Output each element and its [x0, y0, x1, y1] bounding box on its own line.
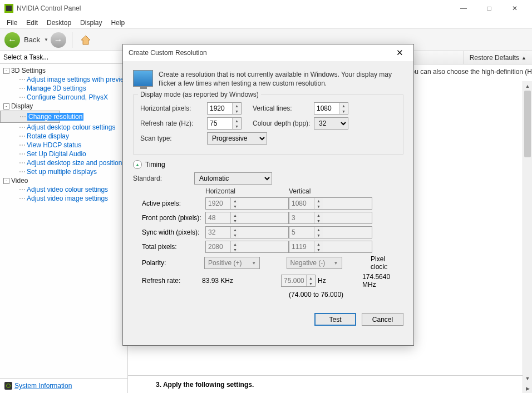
menu-file[interactable]: File	[2, 18, 22, 28]
pixel-clock-value: 174.5640 MHz	[362, 273, 403, 288]
info-icon	[4, 382, 12, 390]
collapse-icon[interactable]: ▲	[133, 160, 142, 169]
scrollbar[interactable]: ▲ ▼ ▶	[523, 81, 532, 393]
main-footer: 3. Apply the following settings.	[128, 375, 532, 393]
test-button[interactable]: Test	[314, 313, 356, 326]
sidebar-header: Select a Task...	[0, 51, 127, 64]
back-dropdown-icon[interactable]: ▼	[44, 37, 48, 42]
sync-width-v: ▲▼	[289, 226, 372, 238]
scroll-right-icon[interactable]: ▶	[523, 384, 532, 393]
standard-label: Standard:	[133, 175, 194, 182]
tree-manage-3d[interactable]: ⋯Manage 3D settings	[0, 84, 127, 93]
tree-hdcp-status[interactable]: ⋯View HDCP status	[0, 141, 127, 150]
timing-header[interactable]: ▲ Timing	[133, 160, 403, 169]
scroll-up-icon[interactable]: ▲	[523, 81, 532, 91]
dialog-intro: Create a resolution that is not currentl…	[159, 70, 403, 88]
back-button[interactable]: ←	[4, 32, 20, 48]
system-information-link[interactable]: System Information	[14, 382, 72, 390]
forward-button[interactable]: →	[51, 32, 66, 48]
dialog-close-button[interactable]: ✕	[391, 48, 408, 58]
system-information[interactable]: System Information	[0, 378, 127, 393]
menu-edit[interactable]: Edit	[22, 18, 42, 28]
refresh-rate-input[interactable]: ▲▼	[207, 117, 242, 130]
polarity-v: Negative (-)▼	[287, 257, 342, 269]
nvidia-icon	[4, 4, 13, 13]
sync-width-h: ▲▼	[205, 226, 289, 238]
tree-multiple-displays[interactable]: ⋯Set up multiple displays	[0, 167, 127, 176]
total-pixels-v: ▲▼	[289, 241, 372, 253]
refresh-rate-label: Refresh rate (Hz):	[140, 120, 207, 127]
total-pixels-h: ▲▼	[205, 241, 289, 253]
tree-adjust-image-preview[interactable]: ⋯Adjust image settings with preview	[0, 75, 127, 84]
front-porch-label: Front porch (pixels):	[139, 214, 205, 222]
active-pixels-h: ▲▼	[205, 197, 289, 210]
restore-defaults-button[interactable]: Restore Defaults▲	[464, 51, 532, 64]
front-porch-h: ▲▼	[205, 212, 289, 224]
total-pixels-label: Total pixels:	[139, 243, 205, 251]
tree-3d-settings[interactable]: -3D Settings	[0, 66, 127, 75]
task-tree: -3D Settings ⋯Adjust image settings with…	[0, 64, 127, 378]
tree-video[interactable]: -Video	[0, 176, 127, 185]
home-button[interactable]	[78, 32, 93, 48]
maximize-button[interactable]: □	[476, 0, 502, 17]
tree-video-colour[interactable]: ⋯Adjust video colour settings	[0, 185, 127, 194]
menu-desktop[interactable]: Desktop	[42, 18, 76, 28]
scan-type-label: Scan type:	[140, 135, 207, 142]
tree-rotate-display[interactable]: ⋯Rotate display	[0, 132, 127, 141]
scan-type-select[interactable]: Progressive	[207, 132, 267, 145]
active-pixels-v: ▲▼	[289, 197, 372, 210]
refresh-rate-v: ▲▼	[281, 275, 316, 287]
col-vertical: Vertical	[289, 187, 372, 195]
standard-select[interactable]: Automatic	[194, 172, 272, 185]
colour-depth-label: Colour depth (bpp):	[253, 120, 314, 127]
horizontal-pixels-input[interactable]: ▲▼	[207, 102, 242, 115]
tree-desktop-size[interactable]: ⋯Adjust desktop size and position	[0, 158, 127, 167]
display-mode-group: Display mode (as reported by Windows) Ho…	[133, 94, 403, 155]
polarity-h: Positive (+)▼	[204, 257, 260, 269]
active-pixels-label: Active pixels:	[139, 200, 205, 207]
separator	[72, 32, 72, 48]
chevron-up-icon: ▲	[521, 55, 526, 61]
menubar: File Edit Desktop Display Help	[0, 17, 532, 29]
horizontal-pixels-label: Horizontal pixels:	[140, 105, 207, 112]
create-custom-resolution-dialog: Create Custom Resolution ✕ Create a reso…	[122, 44, 414, 346]
polarity-label: Polarity:	[139, 259, 204, 267]
main-description: 'ou can also choose the high-definition …	[410, 68, 532, 76]
back-label: Back	[24, 36, 40, 44]
tree-configure-surround[interactable]: ⋯Configure Surround, PhysX	[0, 93, 127, 102]
tree-desktop-colour[interactable]: ⋯Adjust desktop colour settings	[0, 123, 127, 132]
scroll-down-icon[interactable]: ▼	[523, 374, 532, 383]
tree-video-image[interactable]: ⋯Adjust video image settings	[0, 194, 127, 203]
scroll-thumb[interactable]	[524, 91, 531, 157]
refresh-rate-range: (74.000 to 76.000)	[289, 291, 372, 299]
pixel-clock-label: Pixel clock:	[371, 255, 388, 271]
vertical-lines-input[interactable]: ▲▼	[314, 102, 348, 115]
window-title: NVIDIA Control Panel	[17, 4, 451, 12]
col-horizontal: Horizontal	[205, 187, 289, 195]
front-porch-v: ▲▼	[289, 212, 372, 224]
sidebar: Select a Task... -3D Settings ⋯Adjust im…	[0, 51, 128, 393]
refresh-rate2-label: Refresh rate:	[139, 277, 202, 285]
tree-display[interactable]: -Display	[0, 102, 127, 111]
menu-display[interactable]: Display	[76, 18, 106, 28]
titlebar: NVIDIA Control Panel — □ ✕	[0, 0, 532, 17]
menu-help[interactable]: Help	[106, 18, 129, 28]
vertical-lines-label: Vertical lines:	[253, 105, 314, 112]
monitor-icon	[133, 70, 153, 87]
close-button[interactable]: ✕	[502, 0, 528, 17]
cancel-button[interactable]: Cancel	[362, 313, 403, 326]
colour-depth-select[interactable]: 32	[314, 117, 348, 130]
sync-width-label: Sync width (pixels):	[139, 228, 205, 236]
minimize-button[interactable]: —	[451, 0, 476, 17]
tree-digital-audio[interactable]: ⋯Set Up Digital Audio	[0, 150, 127, 158]
refresh-rate-h: 83.93 KHz	[202, 277, 281, 285]
dialog-title: Create Custom Resolution	[129, 49, 391, 57]
tree-change-resolution[interactable]: ⋯Change resolution	[0, 111, 60, 123]
